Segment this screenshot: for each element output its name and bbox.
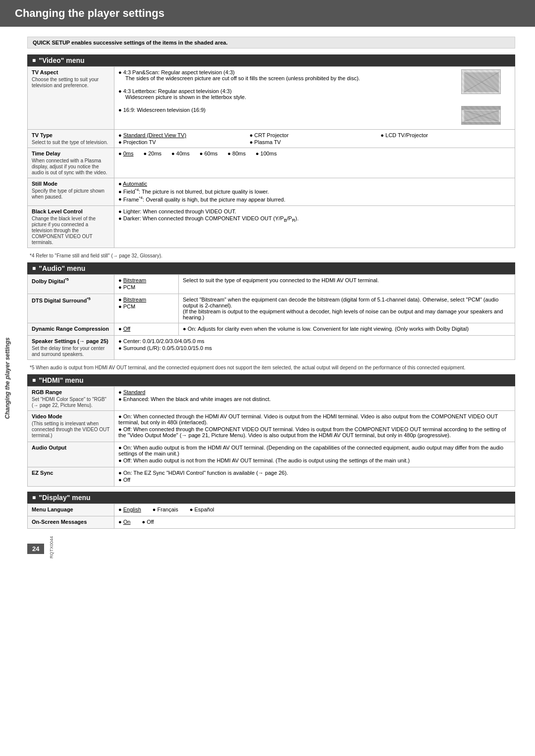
ez-sync-row: EZ Sync On: The EZ Sync "HDAVI Control" … [28, 467, 515, 487]
audio-output-label-cell: Audio Output [28, 442, 114, 467]
black-level-label-cell: Black Level Control Change the black lev… [28, 206, 114, 248]
audio-output-options: On: When audio output is from the HDMI A… [114, 442, 515, 467]
dts-digital-row: DTS Digital Surround*5 Bitstream PCM Sel… [28, 294, 515, 323]
black-level-options-cell: Lighter: When connected through VIDEO OU… [114, 206, 515, 248]
video-footnote: *4 Refer to "Frame still and field still… [27, 253, 515, 258]
svg-line-8 [464, 110, 499, 121]
letterbox-image [461, 106, 501, 125]
svg-line-3 [464, 72, 499, 92]
pan-scan-image [461, 69, 501, 94]
model-number: RQTX0044 [49, 539, 54, 558]
display-menu-table: Menu Language ● English ● Français ● Esp… [27, 504, 515, 529]
tv-aspect-images [461, 69, 511, 127]
dolby-digital-options-left: Bitstream PCM [114, 275, 179, 294]
time-delay-options-cell: ● 0ms ● 20ms ● 40ms ● 60ms ● 80ms ● 100m… [114, 148, 515, 178]
still-mode-row: Still Mode Specify the type of picture s… [28, 178, 515, 206]
display-menu-title: "Display" menu [27, 492, 515, 504]
video-mode-row: Video Mode (This setting is irrelevant w… [28, 411, 515, 442]
still-mode-label-cell: Still Mode Specify the type of picture s… [28, 178, 114, 206]
dts-digital-label-cell: DTS Digital Surround*5 [28, 294, 114, 323]
svg-rect-4 [462, 106, 501, 125]
video-mode-label-cell: Video Mode (This setting is irrelevant w… [28, 411, 114, 442]
rgb-range-options: Standard Enhanced: When the black and wh… [114, 387, 515, 411]
dynamic-range-desc: ● On: Adjusts for clarity even when the … [179, 323, 515, 336]
svg-rect-5 [462, 106, 501, 110]
menu-language-row: Menu Language ● English ● Français ● Esp… [28, 504, 515, 516]
page-title: Changing the player settings [0, 0, 535, 27]
dts-digital-desc: Select "Bitstream" when the equipment ca… [179, 294, 515, 323]
dynamic-range-row: Dynamic Range Compression Off ● On: Adju… [28, 323, 515, 336]
page-number: 24 [27, 544, 44, 554]
audio-output-row: Audio Output On: When audio output is fr… [28, 442, 515, 467]
ez-sync-options: On: The EZ Sync "HDAVI Control" function… [114, 467, 515, 487]
svg-rect-0 [462, 70, 501, 94]
page: Changing the player settings QUICK SETUP… [0, 0, 535, 756]
video-menu-title: "Video" menu [27, 54, 515, 66]
speaker-settings-row: Speaker Settings (→ page 25) Set the del… [28, 336, 515, 360]
tv-type-row: TV Type Select to suit the type of telev… [28, 130, 515, 148]
tv-type-options-cell: ● Standard (Direct View TV) ● CRT Projec… [114, 130, 515, 148]
speaker-settings-label-cell: Speaker Settings (→ page 25) Set the del… [28, 336, 114, 360]
quick-setup-note: QUICK SETUP enables successive settings … [27, 37, 515, 49]
onscreen-messages-label-cell: On-Screen Messages [28, 516, 114, 529]
video-mode-options: On: When connected through the HDMI AV O… [114, 411, 515, 442]
audio-menu-title: "Audio" menu [27, 262, 515, 274]
tv-aspect-label-cell: TV Aspect Choose the setting to suit you… [28, 67, 114, 130]
dolby-digital-row: Dolby Digital*5 Bitstream PCM Select to … [28, 275, 515, 294]
hdmi-menu-title: "HDMI" menu [27, 374, 515, 386]
svg-rect-1 [464, 72, 499, 92]
menu-language-label-cell: Menu Language [28, 504, 114, 516]
audio-footnote: *5 When audio is output from HDMI AV OUT… [27, 365, 515, 370]
rgb-range-label-cell: RGB Range Set "HDMI Color Space" to "RGB… [28, 387, 114, 411]
tv-aspect-options-cell: 4:3 Pan&Scan: Regular aspect television … [114, 67, 515, 130]
onscreen-messages-row: On-Screen Messages ● On ● Off [28, 516, 515, 529]
tv-type-label-cell: TV Type Select to suit the type of telev… [28, 130, 114, 148]
video-menu-table: TV Aspect Choose the setting to suit you… [27, 66, 515, 248]
dts-digital-options-left: Bitstream PCM [114, 294, 179, 323]
svg-rect-6 [462, 122, 501, 125]
time-delay-label-cell: Time Delay When connected with a Plasma … [28, 148, 114, 178]
svg-line-2 [464, 72, 499, 92]
dynamic-range-label-cell: Dynamic Range Compression [28, 323, 114, 336]
black-level-row: Black Level Control Change the black lev… [28, 206, 515, 248]
dynamic-range-options-left: Off [114, 323, 179, 336]
ez-sync-label-cell: EZ Sync [28, 467, 114, 487]
side-label: Changing the player settings [4, 337, 11, 419]
tv-aspect-row: TV Aspect Choose the setting to suit you… [28, 67, 515, 130]
svg-rect-7 [464, 110, 499, 121]
onscreen-messages-options: ● On ● Off [114, 516, 515, 529]
dolby-digital-desc: Select to suit the type of equipment you… [179, 275, 515, 294]
still-mode-options-cell: Automatic Field*4: The picture is not bl… [114, 178, 515, 206]
speaker-settings-options: Center: 0.0/1.0/2.0/3.0/4.0/5.0 ms Surro… [114, 336, 515, 360]
hdmi-menu-table: RGB Range Set "HDMI Color Space" to "RGB… [27, 386, 515, 487]
rgb-range-row: RGB Range Set "HDMI Color Space" to "RGB… [28, 387, 515, 411]
svg-line-9 [464, 110, 499, 121]
time-delay-row: Time Delay When connected with a Plasma … [28, 148, 515, 178]
menu-language-options: ● English ● Français ● Español [114, 504, 515, 516]
audio-menu-table: Dolby Digital*5 Bitstream PCM Select to … [27, 274, 515, 360]
main-content: QUICK SETUP enables successive settings … [0, 32, 535, 563]
dolby-digital-label-cell: Dolby Digital*5 [28, 275, 114, 294]
